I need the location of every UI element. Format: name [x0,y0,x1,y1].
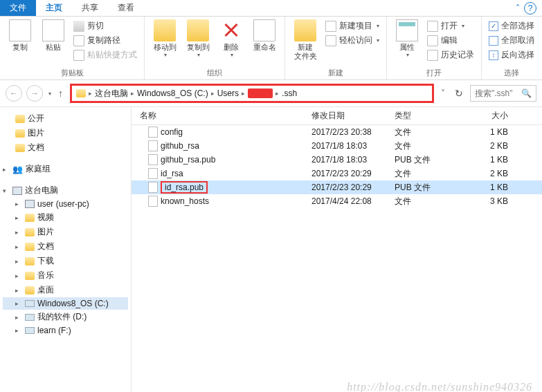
chevron-down-icon: ▾ [231,52,233,58]
move-to-button[interactable]: 移动到▾ [150,19,179,58]
folder-icon [25,257,35,265]
tree-item-user[interactable]: ▸user (user-pc) [3,198,128,210]
tab-view[interactable]: 查看 [108,0,144,16]
cut-button[interactable]: 剪切 [72,19,138,32]
back-button[interactable]: ← [6,85,22,102]
folder-icon [25,286,35,295]
rename-button[interactable]: 重命名 [250,19,279,52]
search-input[interactable] [475,88,515,98]
watermark: http://blog.csdn.net/sunshine940326 [347,381,532,392]
file-row[interactable]: config2017/2/23 20:38文件1 KB [132,125,542,139]
tree-item-drive-d[interactable]: ▸我的软件 (D:) [3,310,128,324]
tab-share[interactable]: 共享 [72,0,108,16]
open-button[interactable]: 打开▾ [426,19,476,32]
folder-icon [25,214,35,222]
breadcrumb[interactable]: ▸ 这台电脑 ▸ Windows8_OS (C:) ▸ Users ▸ ▸ .s… [70,84,434,103]
tree-item-thispc[interactable]: ▾这台电脑 [3,183,128,198]
easy-access-button[interactable]: 轻松访问▾ [324,34,381,47]
file-row[interactable]: known_hosts2017/4/24 22:08文件3 KB [132,194,542,208]
copy-button[interactable]: 复制 [6,19,35,52]
history-dropdown[interactable]: ▾ [48,91,51,97]
copy-to-button[interactable]: 复制到▾ [183,19,213,58]
select-none-icon [489,36,498,46]
tree-item-desktop[interactable]: ▸桌面 [3,283,128,297]
delete-button[interactable]: 删除▾ [217,19,246,58]
folder-icon [25,228,35,236]
breadcrumb-seg-thispc[interactable]: 这台电脑 [95,88,128,100]
up-button[interactable]: ↑ [55,88,66,99]
file-row[interactable]: github_rsa.pub2017/1/8 18:03PUB 文件1 KB [132,153,542,167]
new-item-button[interactable]: 新建项目▾ [324,19,381,32]
tree-item-documents[interactable]: 文档 [3,140,128,155]
forward-button[interactable]: → [26,85,43,102]
tree-item-pictures[interactable]: 图片 [3,126,128,140]
tree-item-drive-f[interactable]: ▸learn (F:) [3,324,128,337]
breadcrumb-seg-redacted[interactable] [248,88,273,98]
navigation-tree[interactable]: 公开 图片 文档 ▸👥家庭组 ▾这台电脑 ▸user (user-pc) ▸视频… [0,107,132,392]
chevron-down-icon: ▾ [164,52,167,58]
file-type: PUB 文件 [395,182,471,194]
ribbon-collapse-icon[interactable]: ˄ [512,3,524,13]
new-folder-button[interactable]: 新建 文件夹 [291,19,320,61]
tree-item-videos[interactable]: ▸视频 [3,210,128,225]
file-date: 2017/2/23 20:29 [311,183,395,192]
edit-button[interactable]: 编辑 [426,34,476,47]
select-none-button[interactable]: 全部取消 [487,34,536,47]
address-bar: ← → ▾ ↑ ▸ 这台电脑 ▸ Windows8_OS (C:) ▸ User… [0,80,542,107]
chevron-right-icon: ▸ [3,166,10,173]
refresh-button[interactable]: ↻ [452,88,466,99]
folder-icon [25,243,35,251]
copy-path-button[interactable]: 复制路径 [72,34,138,47]
shortcut-icon [73,50,84,61]
search-box[interactable]: 🔍 [470,85,536,102]
column-headers[interactable]: 名称 修改日期 类型 大小 [132,107,542,125]
file-row[interactable]: id_rsa.pub2017/2/23 20:29PUB 文件1 KB [132,180,542,194]
history-button[interactable]: 历史记录 [426,48,476,62]
homegroup-icon: 👥 [12,165,23,174]
group-label: 新建 [291,68,381,80]
group-clipboard: 复制 粘贴 剪切 复制路径 粘贴快捷方式 剪贴板 [0,17,145,80]
paste-button[interactable]: 粘贴 [39,19,68,52]
col-size[interactable]: 大小 [471,110,519,122]
properties-button[interactable]: 属性▾ [392,19,422,58]
chevron-down-icon: ▾ [197,52,200,58]
chevron-right-icon: ▸ [273,90,282,97]
file-icon [148,154,158,165]
chevron-right-icon: ▸ [15,229,22,236]
folder-icon [76,89,86,97]
col-type[interactable]: 类型 [395,110,471,122]
drive-icon [25,314,35,321]
file-size: 1 KB [471,155,519,165]
file-size: 1 KB [471,127,519,137]
tree-item-documents2[interactable]: ▸文档 [3,239,128,254]
breadcrumb-seg-ssh[interactable]: .ssh [282,88,297,98]
address-dropdown[interactable]: ˅ [438,88,448,98]
breadcrumb-seg-drive[interactable]: Windows8_OS (C:) [137,88,208,98]
file-name: id_rsa.pub [161,181,208,194]
file-size: 2 KB [471,141,519,151]
tab-file[interactable]: 文件 [0,0,36,16]
select-all-icon: ✓ [489,21,498,31]
chevron-right-icon: ▸ [15,200,22,207]
chevron-right-icon: ▸ [15,327,22,334]
col-date[interactable]: 修改日期 [311,110,395,122]
chevron-right-icon: ▸ [15,300,22,307]
tree-item-downloads[interactable]: ▸下载 [3,254,128,268]
breadcrumb-seg-users[interactable]: Users [217,88,239,98]
drive-icon [25,327,35,334]
tree-item-drive-c[interactable]: ▸Windows8_OS (C:) [3,297,128,310]
tree-item-pictures2[interactable]: ▸图片 [3,225,128,239]
file-row[interactable]: github_rsa2017/1/8 18:03文件2 KB [132,139,542,153]
file-icon [148,140,158,151]
select-all-button[interactable]: ✓全部选择 [487,19,536,32]
tab-home[interactable]: 主页 [36,0,72,16]
main-content: 公开 图片 文档 ▸👥家庭组 ▾这台电脑 ▸user (user-pc) ▸视频… [0,107,542,392]
col-name[interactable]: 名称 [132,110,311,122]
tree-item-homegroup[interactable]: ▸👥家庭组 [3,162,128,176]
tree-item-public[interactable]: 公开 [3,111,128,126]
invert-selection-button[interactable]: ↕反向选择 [487,48,536,62]
file-icon [148,182,158,193]
help-icon[interactable]: ? [524,2,536,15]
file-row[interactable]: id_rsa2017/2/23 20:29文件2 KB [132,167,542,180]
tree-item-music[interactable]: ▸音乐 [3,268,128,283]
